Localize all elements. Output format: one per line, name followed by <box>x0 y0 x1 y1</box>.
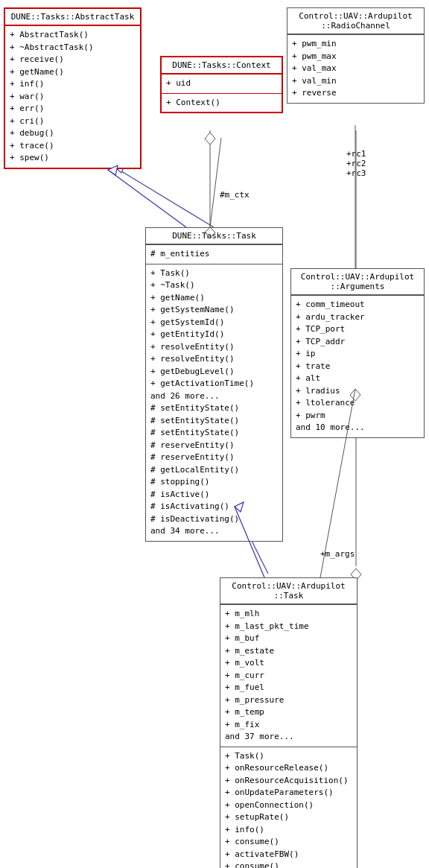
svg-line-11 <box>210 138 221 227</box>
radio-channel-title: Control::UAV::Ardupilot::RadioChannel <box>287 8 424 34</box>
arguments-members: + comm_timeout + ardu_tracker + TCP_port… <box>291 295 424 437</box>
ardupilot-task-title: Control::UAV::Ardupilot::Task <box>220 578 357 604</box>
diagram-container: DUNE::Tasks::AbstractTask + AbstractTask… <box>0 0 429 868</box>
ardupilot-task-attributes: + m_mlh + m_last_pkt_time + m_buf + m_es… <box>220 604 357 747</box>
context-methods: + Context() <box>162 93 282 113</box>
svg-marker-3 <box>205 133 215 145</box>
context-uid: + uid <box>162 74 282 93</box>
m-args-label: +m_args <box>320 549 355 559</box>
abstract-task-box: DUNE::Tasks::AbstractTask + AbstractTask… <box>4 7 142 169</box>
context-title: DUNE::Tasks::Context <box>162 57 282 74</box>
context-box: DUNE::Tasks::Context + uid + Context() <box>160 56 283 113</box>
abstract-task-members: + AbstractTask() + ~AbstractTask() + rec… <box>5 25 140 168</box>
radio-channel-members: + pwm_min + pwm_max + val_max + val_min … <box>287 34 424 103</box>
task-entities: # m_entities <box>146 244 282 264</box>
abstract-task-title: DUNE::Tasks::AbstractTask <box>5 9 140 25</box>
ardupilot-task-methods: + Task() + onResourceRelease() + onResou… <box>220 747 357 869</box>
arguments-box: Control::UAV::Ardupilot::Arguments + com… <box>290 268 425 438</box>
ardupilot-task-box: Control::UAV::Ardupilot::Task + m_mlh + … <box>220 577 358 868</box>
m-ctx-label: #m_ctx <box>220 190 250 200</box>
task-members: + Task() + ~Task() + getName() + getSyst… <box>146 264 282 541</box>
task-box: DUNE::Tasks::Task # m_entities + Task() … <box>145 227 283 542</box>
rc-label: +rc1+rc2+rc3 <box>346 149 366 178</box>
svg-line-9 <box>108 170 186 227</box>
svg-line-0 <box>115 168 214 227</box>
radio-channel-box: Control::UAV::Ardupilot::RadioChannel + … <box>287 7 425 104</box>
arguments-title: Control::UAV::Ardupilot::Arguments <box>291 269 424 295</box>
task-title: DUNE::Tasks::Task <box>146 228 282 244</box>
